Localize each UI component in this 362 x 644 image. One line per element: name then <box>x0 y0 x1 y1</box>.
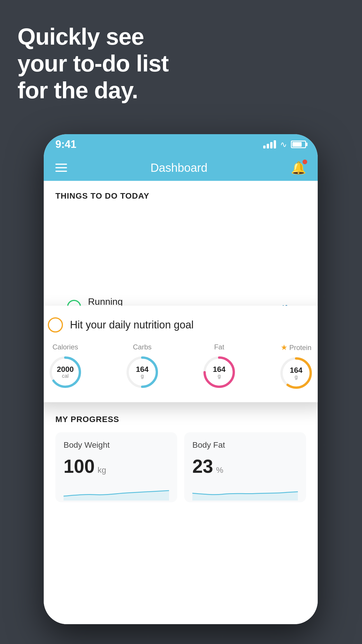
nutrition-carbs: Carbs 164 g <box>125 343 160 390</box>
nutrition-calories: Calories 2000 cal <box>48 343 83 390</box>
todo-wrapper: Hit your daily nutrition goal Calories <box>44 288 318 400</box>
fat-label: Fat <box>214 343 224 351</box>
status-time: 9:41 <box>55 138 76 150</box>
nutrition-grid: Calories 2000 cal <box>48 343 314 391</box>
phone-content: THINGS TO DO TODAY Hit your daily nutrit… <box>44 181 318 624</box>
things-to-do-header: THINGS TO DO TODAY <box>44 181 318 206</box>
calories-label: Calories <box>52 343 78 351</box>
phone-mockup: 9:41 ∿ Dashboard 🔔 THI <box>44 134 318 624</box>
weight-chart <box>64 483 169 501</box>
body-weight-value-row: 100 kg <box>64 456 169 477</box>
fat-ring: 164 g <box>202 355 237 390</box>
popup-title-row: Hit your daily nutrition goal <box>48 317 314 332</box>
status-icons: ∿ <box>263 140 306 149</box>
menu-icon[interactable] <box>55 164 67 172</box>
nutrition-circle-btn[interactable] <box>48 317 63 332</box>
progress-header: MY PROGRESS <box>55 415 306 424</box>
body-fat-unit: % <box>216 466 223 475</box>
body-fat-title: Body Fat <box>192 440 298 450</box>
nutrition-protein: ★ Protein 164 g <box>279 343 314 391</box>
body-weight-value: 100 <box>64 456 95 477</box>
protein-ring: 164 g <box>279 356 314 391</box>
signal-bars-icon <box>263 140 276 148</box>
nav-title: Dashboard <box>150 161 208 174</box>
body-weight-unit: kg <box>98 466 106 475</box>
status-bar: 9:41 ∿ <box>44 134 318 155</box>
body-fat-card[interactable]: Body Fat 23 % <box>184 432 306 502</box>
protein-label: Protein <box>289 344 311 352</box>
wifi-icon: ∿ <box>280 140 287 149</box>
nutrition-popup-card[interactable]: Hit your daily nutrition goal Calories <box>44 306 318 402</box>
star-icon: ★ <box>281 343 287 352</box>
body-weight-card[interactable]: Body Weight 100 kg <box>55 432 177 502</box>
bell-icon[interactable]: 🔔 <box>291 161 306 175</box>
nutrition-fat: Fat 164 g <box>202 343 237 390</box>
calories-ring: 2000 cal <box>48 355 83 390</box>
my-progress-section: MY PROGRESS Body Weight 100 kg B <box>44 400 318 511</box>
carbs-label: Carbs <box>133 343 152 351</box>
carbs-ring: 164 g <box>125 355 160 390</box>
fat-chart <box>192 483 298 501</box>
calories-value-center: 2000 cal <box>57 365 74 379</box>
popup-title: Hit your daily nutrition goal <box>70 319 194 331</box>
battery-icon <box>291 141 306 148</box>
progress-cards: Body Weight 100 kg Body Fat 23 % <box>55 432 306 502</box>
nav-bar: Dashboard 🔔 <box>44 155 318 181</box>
body-fat-value: 23 <box>192 456 213 477</box>
body-fat-value-row: 23 % <box>192 456 298 477</box>
body-weight-title: Body Weight <box>64 440 169 450</box>
notification-dot <box>303 160 307 164</box>
headline: Quickly see your to-do list for the day. <box>17 23 168 104</box>
